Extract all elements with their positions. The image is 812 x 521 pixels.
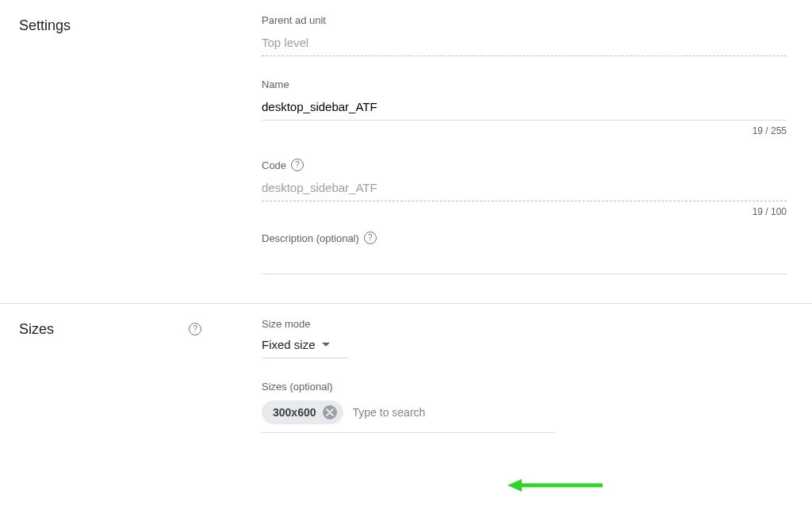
sizes-optional-label: Sizes (optional) (262, 381, 787, 393)
settings-section-left: Settings (19, 14, 262, 274)
name-field: Name 19 / 255 (262, 79, 787, 136)
description-field: Description (optional) ? (262, 232, 787, 274)
name-label: Name (262, 79, 787, 90)
description-label-row: Description (optional) ? (262, 232, 787, 244)
sizes-section-left: Sizes ? (19, 318, 262, 433)
sizes-optional-field: Sizes (optional) 300x600 (262, 381, 787, 433)
code-char-counter: 19 / 100 (262, 206, 787, 217)
parent-ad-unit-label: Parent ad unit (262, 14, 787, 26)
parent-ad-unit-field: Parent ad unit Top level (262, 14, 787, 56)
help-icon[interactable]: ? (291, 159, 304, 171)
description-input[interactable] (262, 249, 787, 274)
size-mode-label: Size mode (262, 318, 787, 330)
description-label: Description (optional) (262, 232, 359, 244)
help-icon[interactable]: ? (189, 323, 201, 335)
size-chip-label: 300x600 (273, 406, 316, 419)
code-field: Code ? desktop_sidebar_ATF 19 / 100 (262, 159, 787, 217)
sizes-chip-row[interactable]: 300x600 (262, 397, 555, 433)
help-icon[interactable]: ? (364, 232, 377, 244)
name-input[interactable] (262, 95, 787, 121)
size-mode-select[interactable]: Fixed size (262, 335, 349, 358)
sizes-heading: Sizes (19, 321, 54, 338)
size-chip: 300x600 (262, 400, 343, 424)
size-mode-selected: Fixed size (262, 338, 316, 351)
settings-section-right: Parent ad unit Top level Name 19 / 255 C… (262, 14, 793, 274)
sizes-search-input[interactable] (351, 405, 555, 419)
code-label-row: Code ? (262, 159, 787, 171)
parent-ad-unit-value: Top level (262, 31, 787, 56)
settings-section: Settings Parent ad unit Top level Name 1… (0, 0, 812, 303)
name-char-counter: 19 / 255 (262, 125, 787, 136)
chevron-down-icon (322, 343, 330, 347)
size-mode-field: Size mode Fixed size (262, 318, 787, 358)
code-label: Code (262, 159, 286, 171)
sizes-section: Sizes ? Size mode Fixed size Sizes (opti… (0, 303, 812, 462)
settings-heading: Settings (19, 17, 71, 34)
sizes-section-right: Size mode Fixed size Sizes (optional) 30… (262, 318, 793, 433)
code-value: desktop_sidebar_ATF (262, 176, 787, 201)
close-icon[interactable] (323, 405, 337, 419)
